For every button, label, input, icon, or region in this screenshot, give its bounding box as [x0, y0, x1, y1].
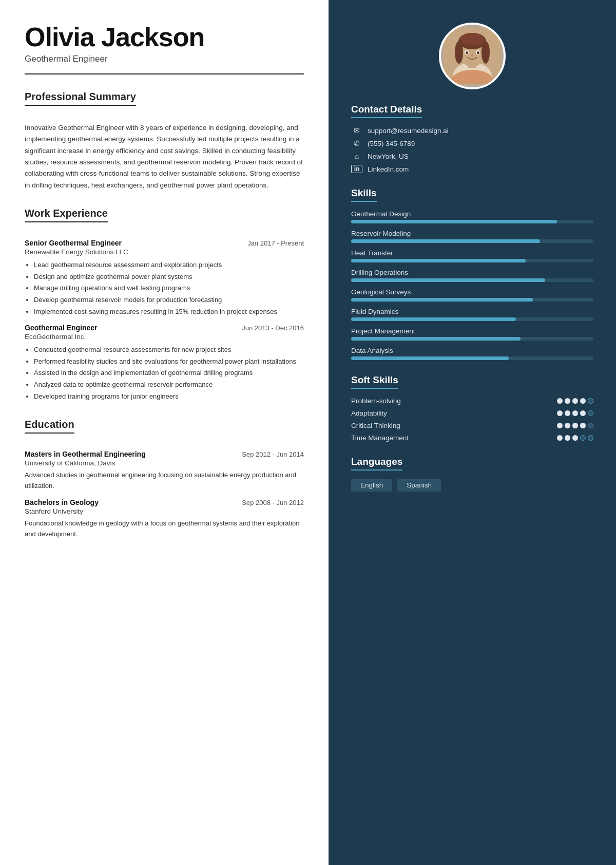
- dot-filled: [557, 435, 563, 441]
- language-tag: English: [351, 479, 392, 492]
- soft-skill-name: Problem-solving: [351, 397, 401, 405]
- summary-text: Innovative Geothermal Engineer with 8 ye…: [25, 122, 304, 191]
- dot-filled: [572, 410, 578, 416]
- edu-item-2: Bachelors in Geology Sep 2008 - Jun 2012…: [25, 498, 304, 540]
- dot-filled: [557, 423, 563, 428]
- email-icon: ✉: [351, 126, 362, 135]
- skill-item: Drilling Operations: [351, 269, 593, 282]
- dot-filled: [580, 398, 586, 404]
- contact-linkedin-text: LinkedIn.com: [368, 165, 409, 173]
- education-heading: Education: [25, 419, 74, 434]
- skill-bar-bg: [351, 317, 593, 321]
- soft-skill-item: Adaptability: [351, 409, 593, 417]
- dots-container: [557, 398, 593, 404]
- avatar-area: [329, 0, 616, 104]
- dot-filled: [565, 410, 570, 416]
- contact-phone: ✆ (555) 345-6789: [351, 139, 593, 147]
- dot-filled: [565, 423, 570, 428]
- dot-filled: [572, 435, 578, 441]
- skill-item: Heat Transfer: [351, 249, 593, 262]
- skill-item: Geothermal Design: [351, 210, 593, 223]
- soft-skill-item: Critical Thinking: [351, 422, 593, 429]
- bullet: Conducted geothermal resource assessment…: [34, 345, 304, 355]
- right-column: Contact Details ✉ support@resumedesign.a…: [329, 0, 616, 865]
- soft-skills-section: Soft Skills Problem-solving Adaptability…: [329, 374, 616, 442]
- left-column: Olivia Jackson Geothermal Engineer Profe…: [0, 0, 329, 865]
- location-icon: ⌂: [351, 152, 362, 160]
- job-bullets-1: Lead geothermal resource assessment and …: [25, 260, 304, 317]
- dot-filled: [565, 435, 570, 441]
- skill-bar-bg: [351, 356, 593, 360]
- dots-container: [557, 410, 593, 416]
- work-experience-heading: Work Experience: [25, 208, 108, 222]
- education-section: Education Masters in Geothermal Engineer…: [25, 419, 304, 540]
- skill-name: Drilling Operations: [351, 269, 593, 276]
- edu-degree-1: Masters in Geothermal Engineering: [25, 450, 146, 458]
- contact-phone-text: (555) 345-6789: [368, 140, 415, 147]
- skills-list: Geothermal Design Reservoir Modeling Hea…: [351, 210, 593, 360]
- linkedin-icon: in: [351, 165, 362, 173]
- skill-item: Fluid Dynamics: [351, 308, 593, 321]
- soft-skills-heading: Soft Skills: [351, 374, 398, 389]
- skill-bar-bg: [351, 278, 593, 282]
- languages-heading: Languages: [351, 456, 402, 471]
- skill-name: Project Management: [351, 327, 593, 335]
- language-tags: EnglishSpanish: [351, 479, 593, 492]
- job-company-1: Renewable Energy Solutions LLC: [25, 248, 304, 256]
- header-divider: [25, 73, 304, 74]
- soft-skill-item: Time Management: [351, 434, 593, 442]
- skill-bar-bg: [351, 337, 593, 341]
- job-title-1: Senior Geothermal Engineer: [25, 239, 122, 247]
- contact-location: ⌂ NewYork, US: [351, 152, 593, 160]
- skill-item: Geological Surveys: [351, 288, 593, 302]
- dot-empty: [588, 435, 593, 441]
- avatar: [439, 23, 506, 89]
- skill-name: Geological Surveys: [351, 288, 593, 296]
- dots-container: [557, 435, 593, 441]
- candidate-title: Geothermal Engineer: [25, 54, 304, 64]
- language-tag: Spanish: [397, 479, 441, 492]
- job-bullets-2: Conducted geothermal resource assessment…: [25, 345, 304, 402]
- job-item-2: Geothermal Engineer Jun 2013 - Dec 2016 …: [25, 324, 304, 402]
- skill-name: Heat Transfer: [351, 249, 593, 257]
- job-dates-2: Jun 2013 - Dec 2016: [242, 324, 304, 332]
- svg-point-11: [477, 51, 479, 54]
- contact-email-text: support@resumedesign.ai: [368, 127, 449, 135]
- languages-section: Languages EnglishSpanish: [329, 456, 616, 492]
- bullet: Lead geothermal resource assessment and …: [34, 260, 304, 271]
- skill-bar-bg: [351, 298, 593, 302]
- dot-filled: [565, 398, 570, 404]
- skill-item: Project Management: [351, 327, 593, 341]
- edu-school-1: University of California, Davis: [25, 459, 304, 467]
- summary-section: Professional Summary Innovative Geotherm…: [25, 91, 304, 191]
- svg-point-5: [460, 33, 485, 45]
- edu-item-1: Masters in Geothermal Engineering Sep 20…: [25, 450, 304, 492]
- phone-icon: ✆: [351, 139, 362, 147]
- skill-item: Reservoir Modeling: [351, 230, 593, 243]
- bullet: Develop geothermal reservoir models for …: [34, 295, 304, 306]
- dot-filled: [580, 410, 586, 416]
- skill-name: Reservoir Modeling: [351, 230, 593, 237]
- skill-bar-bg: [351, 259, 593, 262]
- summary-heading: Professional Summary: [25, 91, 136, 106]
- contact-list: ✉ support@resumedesign.ai ✆ (555) 345-67…: [351, 126, 593, 173]
- skill-bar-fill: [351, 298, 533, 302]
- bullet: Implemented cost-saving measures resulti…: [34, 307, 304, 317]
- svg-point-10: [466, 51, 468, 54]
- skill-bar-fill: [351, 259, 526, 262]
- job-dates-1: Jan 2017 - Present: [247, 239, 304, 247]
- bullet: Manage drilling operations and well test…: [34, 283, 304, 294]
- skill-bar-bg: [351, 239, 593, 243]
- soft-skill-name: Time Management: [351, 434, 409, 442]
- dot-filled: [572, 423, 578, 428]
- skill-bar-fill: [351, 356, 509, 360]
- job-company-2: EcoGeothermal Inc.: [25, 333, 304, 341]
- contact-email: ✉ support@resumedesign.ai: [351, 126, 593, 135]
- dot-empty: [588, 423, 593, 428]
- job-title-2: Geothermal Engineer: [25, 324, 98, 332]
- dot-filled: [580, 423, 586, 428]
- contact-heading: Contact Details: [351, 104, 422, 118]
- skills-section: Skills Geothermal Design Reservoir Model…: [329, 187, 616, 360]
- dots-container: [557, 423, 593, 428]
- dot-filled: [572, 398, 578, 404]
